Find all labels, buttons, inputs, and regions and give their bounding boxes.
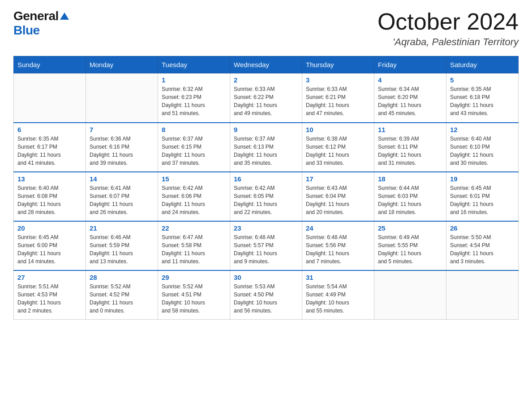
calendar-cell: 18Sunrise: 6:44 AMSunset: 6:03 PMDayligh… bbox=[374, 172, 446, 221]
day-info: Sunrise: 6:35 AMSunset: 6:17 PMDaylight:… bbox=[17, 135, 82, 167]
location-title: 'Aqraba, Palestinian Territory bbox=[378, 36, 519, 48]
calendar-cell: 6Sunrise: 6:35 AMSunset: 6:17 PMDaylight… bbox=[14, 123, 86, 172]
calendar-header-sunday: Sunday bbox=[14, 56, 86, 73]
day-info: Sunrise: 6:39 AMSunset: 6:11 PMDaylight:… bbox=[378, 135, 442, 167]
calendar-cell: 24Sunrise: 6:48 AMSunset: 5:56 PMDayligh… bbox=[302, 221, 374, 270]
day-number: 14 bbox=[90, 175, 154, 183]
day-info: Sunrise: 6:42 AMSunset: 6:06 PMDaylight:… bbox=[162, 184, 226, 216]
day-info: Sunrise: 6:48 AMSunset: 5:57 PMDaylight:… bbox=[234, 233, 298, 265]
calendar-cell: 26Sunrise: 5:50 AMSunset: 4:54 PMDayligh… bbox=[446, 221, 519, 270]
day-number: 27 bbox=[17, 274, 82, 281]
day-info: Sunrise: 6:33 AMSunset: 6:22 PMDaylight:… bbox=[234, 85, 298, 117]
day-info: Sunrise: 6:46 AMSunset: 5:59 PMDaylight:… bbox=[90, 233, 154, 265]
calendar-cell: 16Sunrise: 6:42 AMSunset: 6:05 PMDayligh… bbox=[230, 172, 302, 221]
calendar-cell: 23Sunrise: 6:48 AMSunset: 5:57 PMDayligh… bbox=[230, 221, 302, 270]
day-info: Sunrise: 5:52 AMSunset: 4:52 PMDaylight:… bbox=[90, 283, 154, 315]
day-info: Sunrise: 6:42 AMSunset: 6:05 PMDaylight:… bbox=[234, 184, 298, 216]
day-info: Sunrise: 6:37 AMSunset: 6:13 PMDaylight:… bbox=[234, 135, 298, 167]
calendar-cell: 19Sunrise: 6:45 AMSunset: 6:01 PMDayligh… bbox=[446, 172, 519, 221]
day-info: Sunrise: 5:51 AMSunset: 4:53 PMDaylight:… bbox=[17, 283, 82, 315]
calendar-cell: 17Sunrise: 6:43 AMSunset: 6:04 PMDayligh… bbox=[302, 172, 374, 221]
day-number: 11 bbox=[378, 126, 442, 133]
day-info: Sunrise: 6:40 AMSunset: 6:10 PMDaylight:… bbox=[450, 135, 515, 167]
calendar-cell: 5Sunrise: 6:35 AMSunset: 6:18 PMDaylight… bbox=[446, 73, 519, 123]
day-number: 19 bbox=[450, 175, 515, 183]
calendar-cell: 20Sunrise: 6:45 AMSunset: 6:00 PMDayligh… bbox=[14, 221, 86, 270]
calendar-cell: 1Sunrise: 6:32 AMSunset: 6:23 PMDaylight… bbox=[158, 73, 230, 123]
day-info: Sunrise: 5:54 AMSunset: 4:49 PMDaylight:… bbox=[306, 283, 370, 315]
day-number: 22 bbox=[162, 224, 226, 232]
day-number: 28 bbox=[90, 274, 154, 281]
day-number: 21 bbox=[90, 224, 154, 232]
calendar-cell: 30Sunrise: 5:53 AMSunset: 4:50 PMDayligh… bbox=[230, 270, 302, 320]
calendar-week-row: 13Sunrise: 6:40 AMSunset: 6:08 PMDayligh… bbox=[14, 172, 519, 221]
logo-blue-text: Blue bbox=[13, 23, 40, 38]
page-header: General Blue October 2024 'Aqraba, Pales… bbox=[13, 9, 519, 48]
calendar-cell: 3Sunrise: 6:33 AMSunset: 6:21 PMDaylight… bbox=[302, 73, 374, 123]
calendar-cell bbox=[14, 73, 86, 123]
calendar-cell bbox=[374, 270, 446, 320]
day-number: 13 bbox=[17, 175, 82, 183]
day-number: 3 bbox=[306, 76, 370, 84]
calendar-cell: 22Sunrise: 6:47 AMSunset: 5:58 PMDayligh… bbox=[158, 221, 230, 270]
calendar-week-row: 1Sunrise: 6:32 AMSunset: 6:23 PMDaylight… bbox=[14, 73, 519, 123]
calendar-header-thursday: Thursday bbox=[302, 56, 374, 73]
calendar-table: SundayMondayTuesdayWednesdayThursdayFrid… bbox=[13, 56, 519, 320]
calendar-cell bbox=[86, 73, 158, 123]
calendar-header-saturday: Saturday bbox=[446, 56, 519, 73]
day-info: Sunrise: 5:50 AMSunset: 4:54 PMDaylight:… bbox=[450, 233, 515, 265]
day-info: Sunrise: 5:52 AMSunset: 4:51 PMDaylight:… bbox=[162, 283, 226, 315]
calendar-cell: 4Sunrise: 6:34 AMSunset: 6:20 PMDaylight… bbox=[374, 73, 446, 123]
calendar-cell: 12Sunrise: 6:40 AMSunset: 6:10 PMDayligh… bbox=[446, 123, 519, 172]
day-info: Sunrise: 6:33 AMSunset: 6:21 PMDaylight:… bbox=[306, 85, 370, 117]
day-number: 9 bbox=[234, 126, 298, 133]
calendar-cell: 11Sunrise: 6:39 AMSunset: 6:11 PMDayligh… bbox=[374, 123, 446, 172]
month-title: October 2024 bbox=[378, 9, 519, 34]
day-number: 6 bbox=[17, 126, 82, 133]
day-number: 17 bbox=[306, 175, 370, 183]
day-number: 7 bbox=[90, 126, 154, 133]
day-number: 2 bbox=[234, 76, 298, 84]
calendar-cell: 8Sunrise: 6:37 AMSunset: 6:15 PMDaylight… bbox=[158, 123, 230, 172]
calendar-week-row: 6Sunrise: 6:35 AMSunset: 6:17 PMDaylight… bbox=[14, 123, 519, 172]
calendar-cell: 25Sunrise: 6:49 AMSunset: 5:55 PMDayligh… bbox=[374, 221, 446, 270]
calendar-cell: 29Sunrise: 5:52 AMSunset: 4:51 PMDayligh… bbox=[158, 270, 230, 320]
calendar-cell: 31Sunrise: 5:54 AMSunset: 4:49 PMDayligh… bbox=[302, 270, 374, 320]
day-info: Sunrise: 6:44 AMSunset: 6:03 PMDaylight:… bbox=[378, 184, 442, 216]
day-info: Sunrise: 6:37 AMSunset: 6:15 PMDaylight:… bbox=[162, 135, 226, 167]
calendar-cell: 21Sunrise: 6:46 AMSunset: 5:59 PMDayligh… bbox=[86, 221, 158, 270]
calendar-header-tuesday: Tuesday bbox=[158, 56, 230, 73]
day-info: Sunrise: 6:40 AMSunset: 6:08 PMDaylight:… bbox=[17, 184, 82, 216]
logo: General Blue bbox=[13, 9, 69, 38]
calendar-cell: 14Sunrise: 6:41 AMSunset: 6:07 PMDayligh… bbox=[86, 172, 158, 221]
calendar-cell: 9Sunrise: 6:37 AMSunset: 6:13 PMDaylight… bbox=[230, 123, 302, 172]
day-info: Sunrise: 6:36 AMSunset: 6:16 PMDaylight:… bbox=[90, 135, 154, 167]
calendar-cell: 10Sunrise: 6:38 AMSunset: 6:12 PMDayligh… bbox=[302, 123, 374, 172]
day-info: Sunrise: 6:45 AMSunset: 6:00 PMDaylight:… bbox=[17, 233, 82, 265]
calendar-week-row: 27Sunrise: 5:51 AMSunset: 4:53 PMDayligh… bbox=[14, 270, 519, 320]
calendar-cell bbox=[446, 270, 519, 320]
day-info: Sunrise: 6:38 AMSunset: 6:12 PMDaylight:… bbox=[306, 135, 370, 167]
day-info: Sunrise: 6:45 AMSunset: 6:01 PMDaylight:… bbox=[450, 184, 515, 216]
calendar-cell: 13Sunrise: 6:40 AMSunset: 6:08 PMDayligh… bbox=[14, 172, 86, 221]
calendar-cell: 28Sunrise: 5:52 AMSunset: 4:52 PMDayligh… bbox=[86, 270, 158, 320]
day-number: 30 bbox=[234, 274, 298, 281]
day-number: 10 bbox=[306, 126, 370, 133]
title-block: October 2024 'Aqraba, Palestinian Territ… bbox=[378, 9, 519, 48]
day-number: 16 bbox=[234, 175, 298, 183]
day-number: 24 bbox=[306, 224, 370, 232]
day-info: Sunrise: 6:49 AMSunset: 5:55 PMDaylight:… bbox=[378, 233, 442, 265]
day-info: Sunrise: 6:47 AMSunset: 5:58 PMDaylight:… bbox=[162, 233, 226, 265]
day-number: 1 bbox=[162, 76, 226, 84]
calendar-header-friday: Friday bbox=[374, 56, 446, 73]
calendar-cell: 2Sunrise: 6:33 AMSunset: 6:22 PMDaylight… bbox=[230, 73, 302, 123]
calendar-week-row: 20Sunrise: 6:45 AMSunset: 6:00 PMDayligh… bbox=[14, 221, 519, 270]
logo-general-text: General bbox=[13, 9, 59, 23]
day-number: 29 bbox=[162, 274, 226, 281]
day-info: Sunrise: 6:48 AMSunset: 5:56 PMDaylight:… bbox=[306, 233, 370, 265]
day-info: Sunrise: 6:43 AMSunset: 6:04 PMDaylight:… bbox=[306, 184, 370, 216]
day-number: 31 bbox=[306, 274, 370, 281]
calendar-header-wednesday: Wednesday bbox=[230, 56, 302, 73]
day-info: Sunrise: 5:53 AMSunset: 4:50 PMDaylight:… bbox=[234, 283, 298, 315]
calendar-cell: 27Sunrise: 5:51 AMSunset: 4:53 PMDayligh… bbox=[14, 270, 86, 320]
